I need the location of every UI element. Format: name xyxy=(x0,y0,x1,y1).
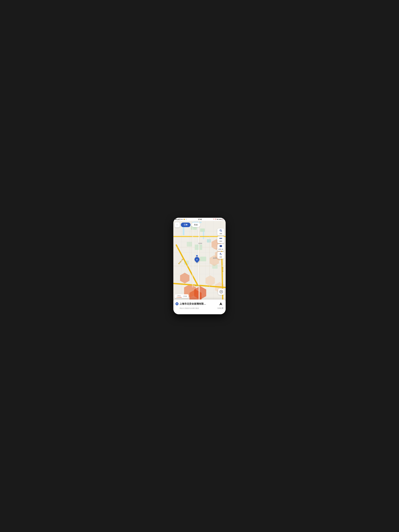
bottom-subtitle: 周边2公里最近5分钟累计数据 xyxy=(179,307,199,309)
svg-rect-16 xyxy=(187,242,192,247)
svg-rect-15 xyxy=(200,228,205,232)
cat-icon: 🐱 xyxy=(184,219,185,220)
svg-point-60 xyxy=(221,291,221,292)
clock-icon: 🕐 xyxy=(185,219,187,220)
svg-rect-20 xyxy=(200,257,206,261)
phone-frame: 嘉高速公路 北宗村 星星村 宝安公路 藩川公路 4G 🎧 ➤ ● 🐱 xyxy=(173,218,226,314)
svg-rect-24 xyxy=(203,231,204,239)
refresh-button[interactable]: 刷新 xyxy=(217,252,224,259)
right-sidebar: 搜索 路况 ! 交通上报 xyxy=(217,228,224,259)
network-type-right: 4G xyxy=(217,219,218,220)
marker-nav-icon: ▲ xyxy=(196,258,198,260)
top-nav: ← 订单 奖励 xyxy=(173,222,226,228)
message-icon: ● xyxy=(182,219,183,220)
marker-dot xyxy=(196,255,198,257)
svg-rect-18 xyxy=(207,239,211,242)
road-label-beizong: 北宗村 xyxy=(198,242,202,244)
svg-text:!: ! xyxy=(221,245,221,247)
order-tab[interactable]: 订单 xyxy=(181,222,190,227)
report-icon: ! xyxy=(220,245,222,248)
report-label: 交通上报 xyxy=(218,248,223,250)
svg-point-50 xyxy=(220,230,221,231)
svg-rect-52 xyxy=(221,238,221,239)
battery-icon xyxy=(222,219,224,220)
traffic-icon xyxy=(219,237,222,240)
legend-gradient-line xyxy=(176,297,182,298)
legend-low-label: 订单少 xyxy=(177,295,181,297)
bottom-card-header: 上海市北安全玻璃有限… xyxy=(176,301,223,306)
location-info: 上海市北安全玻璃有限… xyxy=(176,302,218,305)
search-button[interactable]: 搜索 xyxy=(217,228,224,235)
svg-rect-51 xyxy=(220,238,220,239)
battery-percent: 14% xyxy=(219,219,221,220)
signal-bar-2 xyxy=(177,219,178,220)
legend-high-label: 订单多 xyxy=(183,295,187,297)
legend-low: 订单少 xyxy=(176,295,182,298)
search-label: 搜索 xyxy=(220,233,222,235)
map-location-marker: ▲ xyxy=(195,255,199,262)
status-time: 17:41 xyxy=(198,219,202,220)
signal-bars xyxy=(177,219,179,220)
signal-bar-3 xyxy=(178,219,178,220)
search-icon xyxy=(220,229,222,233)
location-dot-icon xyxy=(176,302,178,305)
legend-high: 订单多 xyxy=(183,295,187,297)
distance-label: 0.0公里 xyxy=(218,307,223,310)
network-type-left: 4G xyxy=(175,219,177,220)
legend-bar: 订单少 订单多 xyxy=(175,294,189,298)
status-right: 📍 ⏰ 4G 14% xyxy=(213,219,224,220)
back-button[interactable]: ← xyxy=(175,222,180,227)
svg-line-49 xyxy=(221,231,222,232)
svg-marker-61 xyxy=(219,302,222,305)
alarm-icon: ⏰ xyxy=(215,219,216,220)
refresh-icon xyxy=(220,253,222,256)
location-status-icon: 📍 xyxy=(213,219,215,220)
marker-body: ▲ xyxy=(193,256,200,263)
traffic-label: 路况 xyxy=(220,241,222,242)
status-left: 4G 🎧 ➤ ● 🐱 🕐 xyxy=(175,219,187,220)
signal-bar-1 xyxy=(177,220,177,220)
status-bar: 4G 🎧 ➤ ● 🐱 🕐 17:41 📍 ⏰ 4G 14% xyxy=(173,218,226,221)
road-label-xingxing: 星星村 xyxy=(213,257,217,259)
bottom-card: 上海市北安全玻璃有限… 周边2公里最近5分钟累计数据 0.0公里 xyxy=(173,299,226,314)
reward-tab[interactable]: 奖励 xyxy=(192,222,200,227)
svg-marker-55 xyxy=(221,247,221,247)
location-name: 上海市北安全玻璃有限… xyxy=(179,302,206,305)
compass-button[interactable] xyxy=(218,289,224,295)
road-label-fanchuan: 藩川公路 xyxy=(222,267,223,272)
traffic-button[interactable]: 路况 xyxy=(217,236,224,243)
navigate-button[interactable] xyxy=(218,301,223,306)
location-dot-inner xyxy=(177,303,177,304)
navigation-icon: ➤ xyxy=(181,219,182,220)
refresh-label: 刷新 xyxy=(220,256,222,258)
svg-rect-53 xyxy=(222,238,222,239)
headphone-icon: 🎧 xyxy=(179,219,180,220)
signal-bar-4 xyxy=(178,219,179,220)
road-label-baoan: 宝安公路 xyxy=(195,285,200,287)
report-button[interactable]: ! 交通上报 xyxy=(217,244,224,251)
